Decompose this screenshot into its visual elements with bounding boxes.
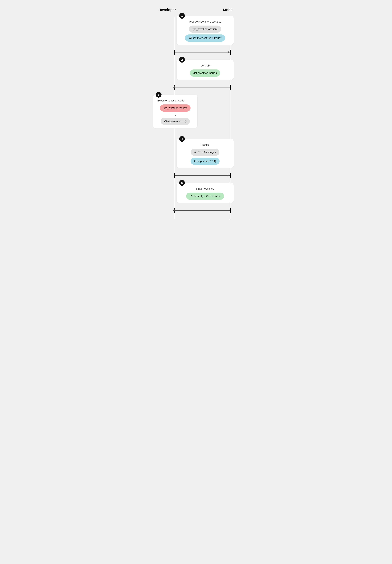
- arrow-line-4: [175, 175, 231, 176]
- arrow-line-1: [175, 52, 231, 53]
- step-3-title: Execute Function Code: [157, 99, 194, 102]
- step-1-card: 1 Tool Definitions + Messages get_weathe…: [177, 16, 234, 45]
- connector-2-3: [151, 84, 241, 91]
- step-5-pill-0: It's currently 14°C in Paris.: [186, 193, 224, 200]
- step-1-pill-0: get_weather(location): [189, 26, 221, 33]
- connector-4-5: [151, 172, 241, 179]
- developer-header: Developer: [158, 8, 176, 12]
- step-2-card: 2 Tool Calls get_weather("paris"): [177, 60, 234, 80]
- right-tick-5: [230, 208, 231, 213]
- spacer-3-4: [151, 132, 241, 135]
- step-3-number: 3: [156, 92, 162, 97]
- step-4-pill-1: {"temperature": 14}: [191, 158, 220, 165]
- col-headers: Developer Model: [151, 8, 241, 12]
- arrowhead-left-2: [173, 86, 175, 89]
- step-4-title: Results: [180, 143, 230, 146]
- step-5-title: Final Response: [180, 187, 230, 190]
- arrow-line-2: [175, 87, 230, 87]
- arrowhead-right-1: [228, 51, 230, 54]
- step-5-card: 5 Final Response It's currently 14°C in …: [177, 183, 234, 203]
- step-3-pill-0: get_weather("paris"): [160, 104, 191, 111]
- step-1-pill-1: What's the weather in Paris?: [185, 34, 225, 41]
- connector-5-end: [151, 207, 241, 214]
- right-tick-4: [230, 173, 231, 178]
- connector-1-2: [151, 49, 241, 55]
- steps-container: 1 Tool Definitions + Messages get_weathe…: [151, 16, 241, 214]
- model-header: Model: [223, 8, 234, 12]
- diagram: Developer Model 1 Tool Definitions + Mes…: [151, 5, 241, 219]
- step-3-pill-1: {"temperature": 14}: [161, 118, 190, 125]
- right-tick-1: [230, 50, 231, 55]
- step-2-title: Tool Calls: [180, 64, 230, 67]
- step-5-number: 5: [179, 180, 185, 186]
- step-2-pill-0: get_weather("paris"): [190, 69, 221, 77]
- arrow-line-5: [175, 210, 230, 211]
- step-1-number: 1: [179, 13, 185, 19]
- down-arrow-icon: ↓: [157, 113, 194, 116]
- step-4-card: 4 Results All Prior Messages {"temperatu…: [177, 139, 234, 168]
- step-3-card: 3 Execute Function Code get_weather("par…: [153, 95, 197, 128]
- arrowhead-left-5: [173, 209, 175, 212]
- arrowhead-right-4: [228, 174, 230, 177]
- right-tick-2: [230, 85, 231, 90]
- step-4-pill-0: All Prior Messages: [191, 149, 220, 156]
- step-2-number: 2: [179, 57, 185, 63]
- step-1-title: Tool Definitions + Messages: [180, 20, 230, 23]
- step-4-number: 4: [179, 136, 185, 142]
